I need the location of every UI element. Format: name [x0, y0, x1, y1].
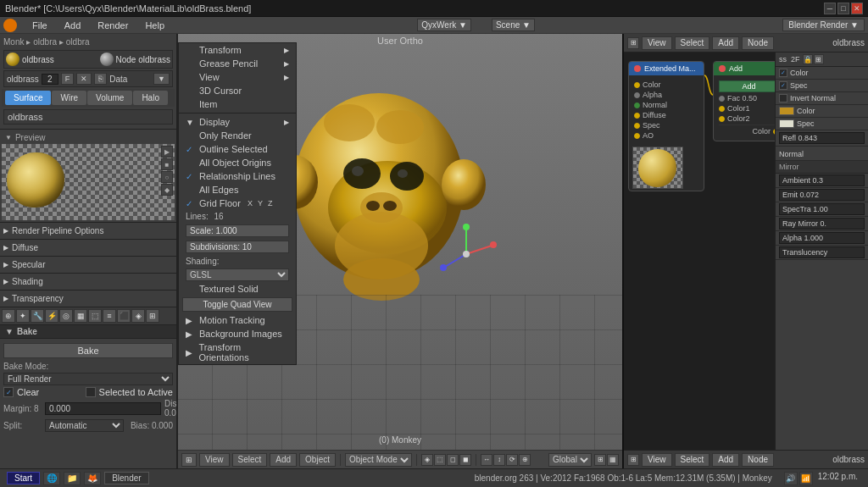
ctx-display[interactable]: ▼ Display ▶	[179, 115, 296, 129]
add-btn-in-node[interactable]: Add	[719, 80, 779, 92]
vbt-add-btn[interactable]: Add	[270, 453, 297, 467]
icon-btn-2[interactable]: ✦	[16, 309, 30, 323]
shading-label[interactable]: ▶ Shading	[3, 275, 173, 288]
menu-render[interactable]: Render	[92, 19, 133, 32]
color-swatch[interactable]	[779, 107, 794, 115]
icon-btn-8[interactable]: ≡	[103, 309, 116, 323]
alpha-input[interactable]: Alpha 1.000	[779, 232, 865, 244]
vbt-icon-2[interactable]: ⬚	[434, 454, 446, 466]
ctx-3d-cursor[interactable]: 3D Cursor	[179, 84, 296, 97]
vbt-global-select[interactable]: Global	[548, 453, 592, 467]
preview-btn-4[interactable]: ◆	[161, 184, 173, 196]
ctx-transform-orientations[interactable]: ▶ Transform Orientations	[179, 340, 296, 364]
workspace-selector[interactable]: QyxWerk ▼	[417, 19, 471, 31]
menu-file[interactable]: File	[27, 19, 53, 32]
vbt-icon-1[interactable]: ◈	[421, 454, 433, 466]
ctx-grid-floor[interactable]: ✓ Grid Floor X Y Z	[179, 196, 296, 210]
preview-btn-2[interactable]: ■	[161, 158, 173, 170]
tray-icon-1[interactable]: 🔊	[784, 472, 798, 485]
bake-section-header[interactable]: ▼ Bake	[0, 325, 176, 339]
icon-btn-7[interactable]: ⬚	[88, 309, 102, 323]
split-select[interactable]: Automatic	[45, 419, 124, 432]
taskbar-folder[interactable]: 📁	[64, 472, 81, 485]
vbt-icon-3[interactable]: ◻	[447, 454, 459, 466]
clear-checkbox[interactable]: ✓	[3, 387, 14, 397]
preview-btn-1[interactable]: ▶	[161, 146, 173, 158]
menu-add[interactable]: Add	[59, 19, 86, 32]
icon-btn-4[interactable]: ⚡	[45, 309, 58, 323]
vbt-icon-6[interactable]: ↕	[493, 454, 505, 466]
vbt-icon-10[interactable]: ▦	[607, 454, 619, 466]
material-name-input[interactable]	[8, 112, 169, 122]
ctx-textured-solid[interactable]: Textured Solid	[179, 282, 296, 296]
maximize-button[interactable]: □	[837, 3, 849, 14]
ctx-relationship-lines[interactable]: ✓ Relationship Lines	[179, 169, 296, 183]
data-dropdown[interactable]: ▼	[153, 73, 170, 85]
node-tb-icon[interactable]: ⊞	[627, 37, 639, 49]
tab-wire[interactable]: Wire	[52, 91, 86, 105]
translucency-input[interactable]: Translucency	[779, 246, 865, 258]
render-pipeline-label[interactable]: ▶ Render Pipeline Options	[3, 224, 173, 237]
renderer-selector[interactable]: Blender Render ▼	[782, 19, 865, 31]
icon-btn-11[interactable]: ⊞	[146, 309, 159, 323]
node-view-btn[interactable]: View	[642, 36, 672, 50]
icon-btn-5[interactable]: ◎	[59, 309, 73, 323]
ctx-view[interactable]: View ▶	[179, 70, 296, 84]
ctx-all-edges[interactable]: All Edges	[179, 183, 296, 196]
tab-surface[interactable]: Surface	[5, 91, 51, 105]
bake-button[interactable]: Bake	[3, 343, 173, 358]
node-bottom-select-btn[interactable]: Select	[675, 453, 710, 467]
invert-normal-checkbox[interactable]	[779, 94, 787, 102]
refl-input[interactable]: Refl 0.843	[779, 132, 865, 144]
node-bottom-add-btn[interactable]: Add	[712, 453, 739, 467]
material-count-input[interactable]	[42, 74, 58, 85]
vbt-icon-9[interactable]: ⊞	[594, 454, 606, 466]
vbt-icon-4[interactable]: ◼	[459, 454, 471, 466]
icon-btn-1[interactable]: ⊕	[2, 309, 15, 323]
icon-btn-9[interactable]: ⬛	[117, 309, 131, 323]
vbt-view-btn[interactable]: View	[199, 453, 230, 467]
diffuse-checkbox[interactable]: ✓	[779, 69, 787, 77]
ctx-all-object-origins[interactable]: All Object Origins	[179, 156, 296, 169]
tab-halo[interactable]: Halo	[133, 91, 168, 105]
copy-button[interactable]: ⎘	[94, 73, 107, 85]
ray-mirror-input[interactable]: Ray Mirror 0.	[779, 218, 865, 230]
icon-btn-10[interactable]: ◈	[131, 309, 145, 323]
tray-icon-2[interactable]: 📶	[799, 472, 813, 485]
mat-props-icon-2[interactable]: ⊞	[814, 54, 824, 64]
ambient-input[interactable]: Ambient 0.3	[779, 174, 865, 186]
node-bottom-node-btn[interactable]: Node	[742, 453, 774, 467]
selected-to-active-checkbox[interactable]	[86, 387, 96, 397]
f-button[interactable]: F	[61, 73, 75, 85]
menu-help[interactable]: Help	[140, 19, 170, 32]
taskbar-browser[interactable]: 🦊	[84, 472, 101, 485]
ctx-item[interactable]: Item	[179, 97, 296, 111]
start-button[interactable]: Start	[7, 472, 40, 484]
transparency-label[interactable]: ▶ Transparency	[3, 292, 173, 305]
icon-btn-3[interactable]: 🔧	[31, 309, 44, 323]
emit-input[interactable]: Emit 0.072	[779, 189, 865, 201]
node-select-btn[interactable]: Select	[675, 36, 710, 50]
vbt-icon-8[interactable]: ⊕	[519, 454, 531, 466]
vbt-object-btn[interactable]: Object	[299, 453, 336, 467]
spec-swatch[interactable]	[779, 119, 794, 128]
node-bottom-icon[interactable]: ⊞	[627, 454, 639, 466]
ctx-grease-pencil[interactable]: Grease Pencil ▶	[179, 57, 296, 70]
specular-checkbox[interactable]: ✓	[779, 81, 787, 90]
minimize-button[interactable]: ─	[824, 3, 836, 14]
ctx-only-render[interactable]: Only Render	[179, 129, 296, 142]
icon-btn-6[interactable]: ▦	[74, 309, 87, 323]
taskbar-blender-btn[interactable]: Blender	[104, 472, 148, 484]
diffuse-label[interactable]: ▶ Diffuse	[3, 241, 173, 254]
bake-mode-select[interactable]: Full Render	[3, 373, 173, 385]
node-bottom-view-btn[interactable]: View	[642, 453, 672, 467]
node-node-btn[interactable]: Node	[742, 36, 774, 50]
ctx-outline-selected[interactable]: ✓ Outline Selected	[179, 142, 296, 156]
subdivisions-slider[interactable]: Subdivisions: 10	[186, 241, 289, 253]
tab-volume[interactable]: Volume	[87, 91, 132, 105]
scale-slider[interactable]: Scale: 1.000	[186, 224, 289, 237]
node-add-btn[interactable]: Add	[712, 36, 739, 50]
taskbar-ie[interactable]: 🌐	[43, 472, 60, 485]
close-button[interactable]: ✕	[851, 3, 863, 14]
scene-selector[interactable]: Scene ▼	[492, 19, 535, 31]
